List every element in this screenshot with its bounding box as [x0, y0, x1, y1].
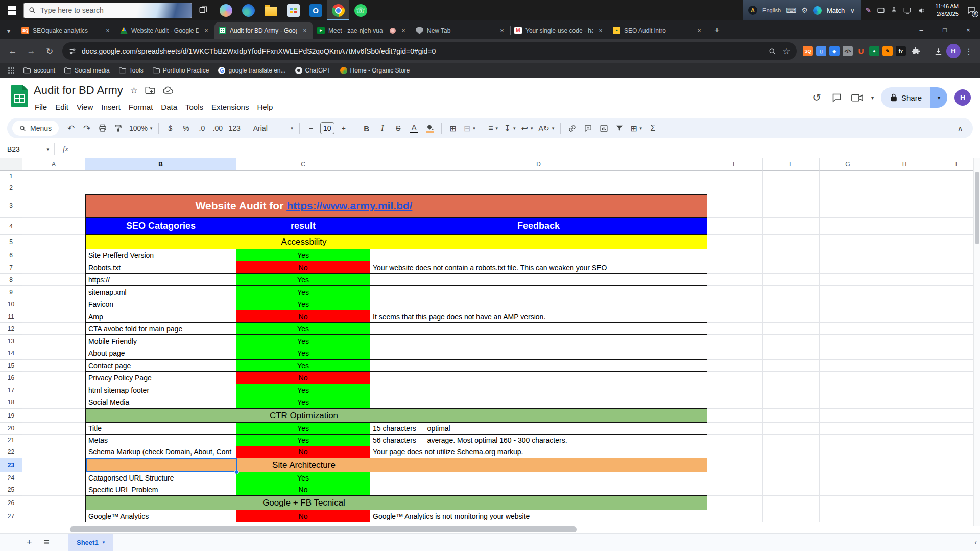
row-header-16[interactable]: 16	[0, 372, 22, 384]
cell-C1[interactable]	[236, 171, 370, 182]
cell-F3[interactable]	[763, 194, 820, 218]
insert-table-button[interactable]: ⊞▾	[628, 121, 644, 136]
cell-E10[interactable]	[707, 298, 763, 310]
pen-icon[interactable]: ✎	[866, 6, 872, 14]
row-header-13[interactable]: 13	[0, 335, 22, 347]
tray-expand-chevron-icon[interactable]: ∨	[850, 6, 855, 14]
cell-F13[interactable]	[763, 335, 820, 347]
cell-F6[interactable]	[763, 249, 820, 261]
cell-C8[interactable]: Yes	[236, 274, 370, 286]
menu-help[interactable]: Help	[253, 100, 277, 114]
network-display-icon[interactable]	[903, 7, 912, 14]
cell-B17[interactable]: html sitemap footer	[85, 384, 236, 396]
cell-B14[interactable]: About page	[85, 347, 236, 360]
row-header-2[interactable]: 2	[0, 182, 22, 194]
extensions-puzzle-icon[interactable]	[909, 44, 923, 58]
row-header-7[interactable]: 7	[0, 261, 22, 274]
cell-H7[interactable]	[876, 261, 933, 274]
cell-E16[interactable]	[707, 372, 763, 384]
language-bar[interactable]: A English ⌨ ⚙ Match ∨	[743, 0, 861, 20]
close-window-button[interactable]: ×	[957, 20, 980, 39]
audit-site-link[interactable]: https://www.army.mil.bd/	[286, 200, 412, 211]
row-header-3[interactable]: 3	[0, 194, 22, 218]
cell-D11[interactable]: It seems that this page does not have an…	[370, 310, 707, 323]
browser-profile-avatar[interactable]: H	[946, 44, 961, 58]
cell-G3[interactable]	[820, 194, 876, 218]
cell-G19[interactable]	[820, 409, 876, 423]
cell-D13[interactable]	[370, 335, 707, 347]
title-row-cell[interactable]: Website Audit for https://www.army.mil.b…	[85, 194, 707, 218]
url-text[interactable]: docs.google.com/spreadsheets/d/1WKCTbBZW…	[82, 47, 765, 55]
column-header-A[interactable]: A	[22, 158, 85, 171]
seo-badge-extension-icon[interactable]: ●	[869, 46, 879, 56]
cell-A7[interactable]	[22, 261, 85, 274]
taskbar-whatsapp-button[interactable]: ☏	[349, 0, 372, 20]
bookmark-item[interactable]: account	[19, 65, 59, 76]
cell-F7[interactable]	[763, 261, 820, 274]
cell-H27[interactable]	[876, 510, 933, 522]
create-filter-button[interactable]	[612, 121, 627, 136]
cell-E2[interactable]	[707, 182, 763, 194]
cell-E17[interactable]	[707, 384, 763, 396]
cell-A9[interactable]	[22, 286, 85, 298]
vertical-scrollbar-thumb[interactable]	[975, 172, 979, 244]
keyboard-icon[interactable]: ⌨	[786, 6, 796, 14]
column-header-G[interactable]: G	[820, 158, 876, 171]
cell-A5[interactable]	[22, 235, 85, 249]
cell-A11[interactable]	[22, 310, 85, 323]
italic-button[interactable]: I	[375, 121, 390, 136]
cell-C11[interactable]: No	[236, 310, 370, 323]
cell-G2[interactable]	[820, 182, 876, 194]
cell-B21[interactable]: Metas	[85, 435, 236, 446]
tab-close-icon[interactable]: ×	[498, 27, 506, 35]
paint-format-button[interactable]	[111, 121, 126, 136]
cell-E26[interactable]	[707, 496, 763, 510]
tag-extension-icon[interactable]: ◈	[829, 46, 840, 56]
table-header-seo-catagories[interactable]: SEO Catagories	[85, 218, 236, 235]
row-header-26[interactable]: 26	[0, 496, 22, 510]
row-header-19[interactable]: 19	[0, 409, 22, 423]
fill-color-button[interactable]	[422, 121, 438, 136]
section-row-cell[interactable]: CTR Optimization	[85, 409, 707, 423]
cell-H12[interactable]	[876, 323, 933, 335]
cell-H23[interactable]	[876, 458, 933, 472]
cell-A3[interactable]	[22, 194, 85, 218]
cell-C15[interactable]: Yes	[236, 360, 370, 372]
bookmark-item[interactable]: Portfolio Practice	[149, 65, 213, 76]
cell-A8[interactable]	[22, 274, 85, 286]
cell-A12[interactable]	[22, 323, 85, 335]
cell-H20[interactable]	[876, 423, 933, 435]
text-color-button[interactable]: A	[407, 121, 422, 136]
cell-B1[interactable]	[85, 171, 236, 182]
cell-C7[interactable]: No	[236, 261, 370, 274]
cell-C24[interactable]: Yes	[236, 472, 370, 484]
microphone-icon[interactable]	[891, 6, 897, 14]
cell-G24[interactable]	[820, 472, 876, 484]
cell-F18[interactable]	[763, 396, 820, 409]
cell-H5[interactable]	[876, 235, 933, 249]
cell-G21[interactable]	[820, 435, 876, 446]
cell-F21[interactable]	[763, 435, 820, 446]
section-row-cell[interactable]: Google + FB Tecnical	[85, 496, 707, 510]
taskbar-search-input[interactable]: Type here to search	[23, 3, 192, 18]
google-sheets-logo[interactable]	[11, 85, 28, 107]
cell-H17[interactable]	[876, 384, 933, 396]
cell-C27[interactable]: No	[236, 510, 370, 522]
share-dropdown[interactable]: ▾	[930, 87, 947, 108]
tab-close-icon[interactable]: ×	[104, 27, 112, 35]
cell-F19[interactable]	[763, 409, 820, 423]
cell-A20[interactable]	[22, 423, 85, 435]
browser-tab[interactable]: MYour single-use code - hasibulh×	[510, 22, 609, 39]
cell-D27[interactable]: Google™ Analytics is not monitoring your…	[370, 510, 707, 522]
menu-insert[interactable]: Insert	[97, 100, 125, 114]
cell-A24[interactable]	[22, 472, 85, 484]
taskbar-copilot-button[interactable]	[214, 0, 237, 20]
cell-A1[interactable]	[22, 171, 85, 182]
bookmark-item[interactable]: Social media	[60, 65, 114, 76]
cell-H3[interactable]	[876, 194, 933, 218]
cell-G16[interactable]	[820, 372, 876, 384]
taskbar-clock[interactable]: 11:46 AM 2/8/2025	[931, 3, 963, 18]
cell-A26[interactable]	[22, 496, 85, 510]
row-header-5[interactable]: 5	[0, 235, 22, 249]
row-header-20[interactable]: 20	[0, 423, 22, 435]
